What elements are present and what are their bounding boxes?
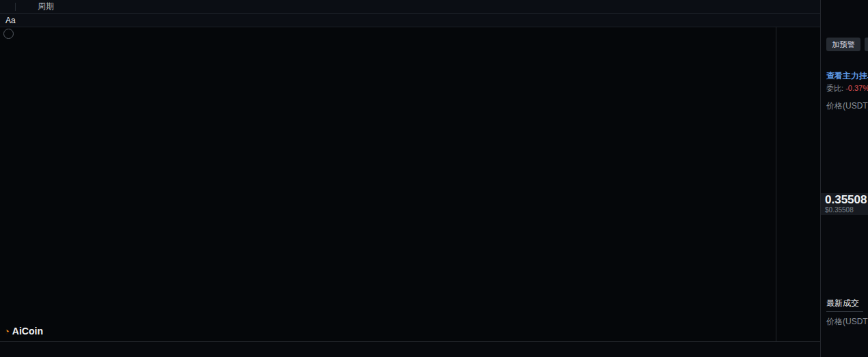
trading-app-window: 周期 Aa ◔ AiCoin 加预警 查看主力挂单 委比: -0.37% (0, 0, 868, 357)
commission-ratio-label: 委比: (826, 84, 843, 92)
top-toolbar: 周期 (0, 0, 820, 14)
kline-chart[interactable] (0, 27, 776, 341)
period-menu-label: 周期 (38, 1, 54, 12)
view-main-orders-link[interactable]: 查看主力挂单 (826, 70, 868, 82)
last-price: 0.35508 (825, 193, 868, 206)
drawing-toolbar: Aa (0, 14, 820, 27)
latest-trades-header: 最新成交 (826, 298, 859, 309)
aicoin-logo-text: AiCoin (12, 326, 43, 337)
last-price-block: 0.35508 $0.35508 (821, 193, 868, 215)
panel-expand-button[interactable] (3, 29, 14, 39)
commission-ratio: 委比: -0.37% (826, 83, 868, 94)
clipped-button[interactable] (865, 38, 868, 51)
toolbar-divider (15, 3, 16, 11)
last-price-usd: $0.35508 (825, 206, 868, 214)
text-tool[interactable]: Aa (5, 16, 16, 25)
time-axis[interactable] (0, 341, 820, 357)
add-alert-button[interactable]: 加预警 (826, 38, 860, 51)
divider (826, 311, 863, 312)
period-menu[interactable]: 周期 (38, 1, 57, 12)
price-column-header: 价格(USDT) (826, 100, 868, 112)
aicoin-logo-icon: ◔ (4, 326, 10, 337)
orderbook-sidebar: 加预警 查看主力挂单 委比: -0.37% 价格(USDT) 0.35508 $… (820, 0, 868, 357)
trades-price-header: 价格(USDT) (826, 316, 868, 328)
aicoin-logo: ◔ AiCoin (4, 326, 43, 337)
commission-ratio-value: -0.37% (845, 84, 868, 92)
price-axis[interactable] (776, 27, 821, 341)
